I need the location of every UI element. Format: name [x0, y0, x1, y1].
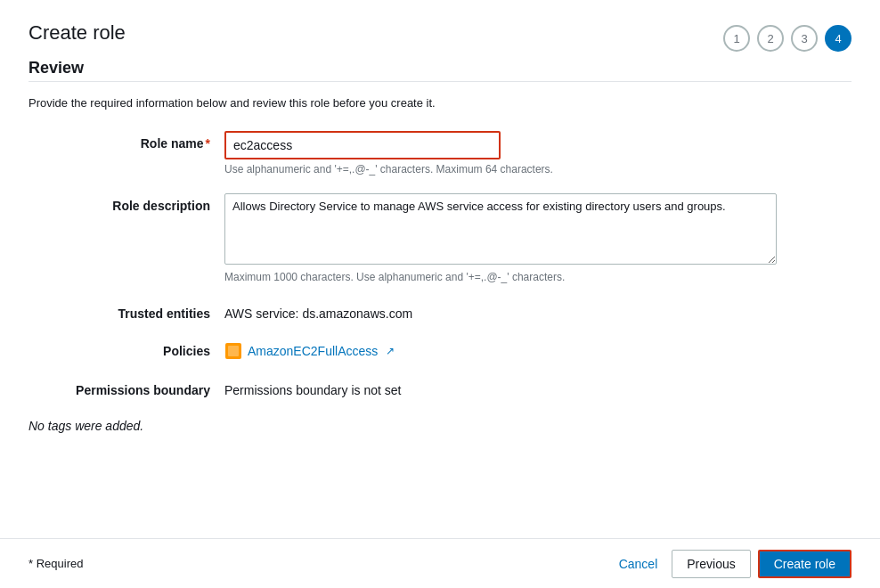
cancel-button[interactable]: Cancel — [612, 550, 665, 578]
role-description-field-col: Allows Directory Service to manage AWS s… — [224, 193, 851, 283]
role-description-textarea[interactable]: Allows Directory Service to manage AWS s… — [224, 193, 777, 265]
svg-rect-1 — [228, 346, 239, 356]
permissions-boundary-field-col: Permissions boundary is not set — [224, 378, 851, 397]
permissions-boundary-label-col: Permissions boundary — [29, 378, 224, 397]
role-name-label-col: Role name* — [29, 131, 224, 151]
role-description-label: Role description — [112, 199, 210, 213]
role-description-hint: Maximum 1000 characters. Use alphanumeri… — [224, 271, 851, 283]
role-description-label-col: Role description — [29, 193, 224, 213]
policy-item: AmazonEC2FullAccess ↗ — [224, 339, 851, 360]
permissions-boundary-row: Permissions boundary Permissions boundar… — [29, 378, 851, 397]
footer-bar: * Required Cancel Previous Create role — [0, 538, 880, 588]
step-4-active: 4 — [825, 25, 851, 52]
role-name-field-col: Use alphanumeric and '+=,.@-_' character… — [224, 131, 851, 176]
footer-buttons: Cancel Previous Create role — [612, 550, 851, 578]
trusted-entities-value: AWS service: ds.amazonaws.com — [224, 301, 851, 321]
policy-icon — [224, 342, 242, 360]
role-description-row: Role description Allows Directory Servic… — [29, 193, 851, 283]
step-2: 2 — [757, 25, 784, 52]
trusted-entities-row: Trusted entities AWS service: ds.amazona… — [29, 301, 851, 321]
role-name-required: * — [206, 136, 210, 151]
step-3: 3 — [791, 25, 818, 52]
policy-link[interactable]: AmazonEC2FullAccess — [248, 344, 378, 358]
section-heading: Review — [29, 59, 851, 78]
trusted-entities-label: Trusted entities — [118, 306, 210, 321]
policies-label-col: Policies — [29, 339, 224, 358]
policies-label: Policies — [163, 344, 210, 358]
trusted-entities-label-col: Trusted entities — [29, 301, 224, 321]
section-divider — [29, 81, 851, 82]
role-name-row: Role name* Use alphanumeric and '+=,.@-_… — [29, 131, 851, 176]
policies-row: Policies AmazonEC2FullAccess ↗ — [29, 339, 851, 360]
permissions-boundary-value: Permissions boundary is not set — [224, 378, 851, 397]
page-header: Create role 1 2 3 4 — [29, 21, 851, 52]
trusted-entities-field-col: AWS service: ds.amazonaws.com — [224, 301, 851, 321]
permissions-boundary-label: Permissions boundary — [76, 383, 210, 397]
previous-button[interactable]: Previous — [672, 550, 750, 578]
steps-indicator: 1 2 3 4 — [723, 25, 851, 52]
required-note: * Required — [29, 557, 83, 570]
role-name-label: Role name — [141, 136, 204, 151]
step-1: 1 — [723, 25, 750, 52]
create-role-button[interactable]: Create role — [758, 550, 851, 578]
external-link-icon: ↗ — [386, 345, 395, 357]
section-description: Provide the required information below a… — [29, 96, 851, 110]
page-title: Create role — [29, 21, 126, 45]
policies-field-col: AmazonEC2FullAccess ↗ — [224, 339, 851, 360]
role-name-input[interactable] — [224, 131, 501, 159]
role-name-hint: Use alphanumeric and '+=,.@-_' character… — [224, 163, 851, 176]
no-tags-message: No tags were added. — [29, 419, 851, 433]
page-wrapper: Create role 1 2 3 4 Review Provide the r… — [0, 0, 880, 588]
